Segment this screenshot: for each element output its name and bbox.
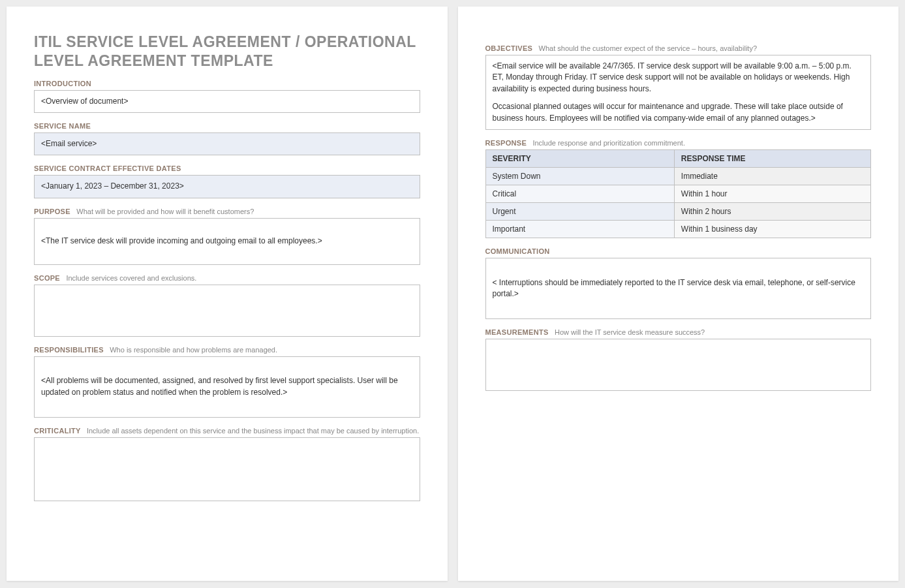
effective-dates-field[interactable]: <January 1, 2023 – December 31, 2023> <box>34 175 420 198</box>
document-page-2: OBJECTIVES What should the customer expe… <box>458 7 899 581</box>
objectives-label: OBJECTIVES What should the customer expe… <box>485 44 872 52</box>
scope-hint: Include services covered and exclusions. <box>66 274 196 282</box>
severity-cell: Important <box>485 220 674 238</box>
response-hint: Include response and prioritization comm… <box>532 139 685 147</box>
purpose-label-text: PURPOSE <box>34 208 70 215</box>
time-cell: Within 1 hour <box>674 185 870 202</box>
responsibilities-hint: Who is responsible and how problems are … <box>110 346 277 354</box>
time-cell: Immediate <box>674 167 870 185</box>
severity-cell: Critical <box>485 185 674 202</box>
criticality-field[interactable] <box>34 437 420 501</box>
document-title: ITIL SERVICE LEVEL AGREEMENT / OPERATION… <box>34 33 420 70</box>
responsibilities-label-text: RESPONSIBILITIES <box>34 346 104 354</box>
introduction-label: INTRODUCTION <box>34 80 420 87</box>
objectives-para2: Occasional planned outages will occur fo… <box>493 101 865 124</box>
table-row: System Down Immediate <box>485 167 871 185</box>
criticality-label: CRITICALITY Include all assets dependent… <box>34 427 420 435</box>
measurements-hint: How will the IT service desk measure suc… <box>555 328 705 336</box>
scope-field[interactable] <box>34 285 420 337</box>
measurements-field[interactable] <box>485 339 872 391</box>
time-cell: Within 1 business day <box>674 220 870 238</box>
response-label: RESPONSE Include response and prioritiza… <box>485 139 872 147</box>
purpose-label: PURPOSE What will be provided and how wi… <box>34 208 420 215</box>
scope-label: SCOPE Include services covered and exclu… <box>34 274 420 282</box>
objectives-field[interactable]: <Email service will be available 24/7/36… <box>485 55 872 130</box>
criticality-label-text: CRITICALITY <box>34 427 81 435</box>
service-name-label: SERVICE NAME <box>34 122 420 130</box>
purpose-field[interactable]: <The IT service desk will provide incomi… <box>34 218 420 265</box>
response-table: SEVERITY RESPONSE TIME System Down Immed… <box>485 149 872 238</box>
scope-label-text: SCOPE <box>34 274 60 282</box>
communication-label: COMMUNICATION <box>485 247 872 255</box>
response-header-time: RESPONSE TIME <box>674 149 870 167</box>
time-cell: Within 2 hours <box>674 202 870 220</box>
effective-dates-label: SERVICE CONTRACT EFFECTIVE DATES <box>34 164 420 172</box>
objectives-label-text: OBJECTIVES <box>485 44 533 52</box>
responsibilities-label: RESPONSIBILITIES Who is responsible and … <box>34 346 420 354</box>
communication-field[interactable]: < Interruptions should be immediately re… <box>485 258 872 319</box>
severity-cell: Urgent <box>485 202 674 220</box>
measurements-label-text: MEASUREMENTS <box>485 328 549 336</box>
measurements-label: MEASUREMENTS How will the IT service des… <box>485 328 872 336</box>
table-row: Important Within 1 business day <box>485 220 871 238</box>
table-row: Critical Within 1 hour <box>485 185 871 202</box>
objectives-para1: <Email service will be available 24/7/36… <box>493 61 865 95</box>
objectives-hint: What should the customer expect of the s… <box>539 44 757 52</box>
response-header-severity: SEVERITY <box>485 149 674 167</box>
purpose-hint: What will be provided and how will it be… <box>76 208 254 215</box>
response-label-text: RESPONSE <box>485 139 527 147</box>
responsibilities-field[interactable]: <All problems will be documented, assign… <box>34 356 420 418</box>
severity-cell: System Down <box>485 167 674 185</box>
document-page-1: ITIL SERVICE LEVEL AGREEMENT / OPERATION… <box>7 7 448 581</box>
introduction-field[interactable]: <Overview of document> <box>34 90 420 113</box>
service-name-field[interactable]: <Email service> <box>34 132 420 155</box>
table-row: Urgent Within 2 hours <box>485 202 871 220</box>
criticality-hint: Include all assets dependent on this ser… <box>87 427 419 435</box>
